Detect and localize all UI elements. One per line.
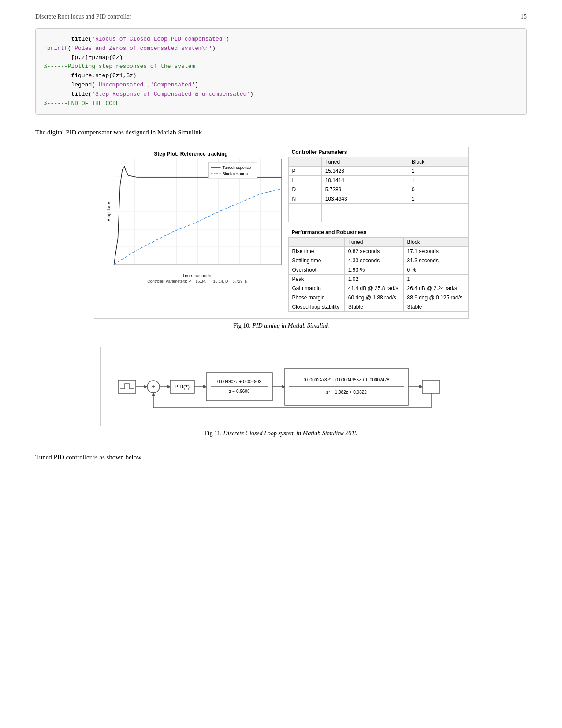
perf-settle-block: 31.3 seconds — [403, 256, 468, 265]
table-row: N 103.4643 1 — [288, 194, 468, 204]
step-plot: Step Plot: Reference tracking Amplitude — [94, 147, 288, 288]
perf-overshoot-label: Overshoot — [288, 265, 344, 275]
fig11-text: Discrete Closed Loop system in Matlab Si… — [223, 430, 357, 437]
fig11-label: Fig 11. — [205, 430, 222, 437]
perf-peak-tuned: 1.02 — [344, 275, 403, 284]
perf-rise-label: Rise time — [288, 247, 344, 256]
perf-peak-label: Peak — [288, 275, 344, 284]
perf-phase-label: Phase margin — [288, 293, 344, 302]
cp-i-block: 1 — [408, 176, 468, 185]
ctrl-params-title: Controller Parameters — [288, 147, 468, 157]
svg-text:0.004902z + 0.004902: 0.004902z + 0.004902 — [217, 379, 261, 384]
table-row: Gain margin 41.4 dB @ 25.8 rad/s 26.4 dB… — [288, 284, 468, 293]
svg-rect-58 — [422, 380, 440, 393]
page-header: Discrete Root locus and PID controller 1… — [35, 13, 527, 20]
cp-d-block: 0 — [408, 185, 468, 194]
table-row — [288, 204, 468, 213]
cp-d-label: D — [288, 185, 321, 194]
svg-text:Tuned response: Tuned response — [222, 165, 251, 170]
step-plot-title: Step Plot: Reference tracking — [94, 151, 288, 157]
step-plot-svg: 0 0.2 0.4 0.6 0.8 1 1.2 0 5 10 15 20 25 … — [113, 159, 283, 265]
perf-peak-block: 1 — [403, 275, 468, 284]
fig10-label: Fig 10. — [233, 322, 251, 329]
table-row: I 10.1414 1 — [288, 176, 468, 185]
table-row: Peak 1.02 1 — [288, 275, 468, 284]
perf-col-block: Block — [403, 238, 468, 247]
cp-i-label: I — [288, 176, 321, 185]
cp-empty1 — [288, 204, 321, 213]
cp-d-tuned: 5.7289 — [321, 185, 408, 194]
intro-text: The digital PID compensator was designed… — [35, 129, 527, 136]
perf-overshoot-block: 0 % — [403, 265, 468, 275]
svg-text:Block response: Block response — [222, 172, 249, 176]
cp-n-label: N — [288, 194, 321, 204]
y-axis-label: Amplitude — [106, 202, 111, 221]
perf-overshoot-tuned: 1.93 % — [344, 265, 403, 275]
cp-col-tuned: Tuned — [321, 157, 408, 167]
table-row: Closed-loop stability Stable Stable — [288, 302, 468, 312]
perf-stability-label: Closed-loop stability — [288, 302, 344, 312]
tuned-text: Tuned PID controller is as shown below — [35, 454, 527, 461]
table-row: Settling time 4.33 seconds 31.3 seconds — [288, 256, 468, 265]
svg-rect-40 — [118, 380, 136, 393]
perf-stability-tuned: Stable — [344, 302, 403, 312]
figure-10-row: Step Plot: Reference tracking Amplitude — [94, 147, 469, 319]
block-diagram-svg: + PID(z) 0.004902z + 0.004902 z − 0.9608 — [114, 356, 449, 418]
cp-empty5 — [321, 213, 408, 222]
table-row: D 5.7289 0 — [288, 185, 468, 194]
perf-rise-block: 17.1 seconds — [403, 247, 468, 256]
svg-text:PID(z): PID(z) — [175, 384, 190, 390]
block-diagram: + PID(z) 0.004902z + 0.004902 z − 0.9608 — [100, 347, 462, 426]
figure-11-container: + PID(z) 0.004902z + 0.004902 z − 0.9608 — [35, 347, 527, 449]
table-row: P 15.3426 1 — [288, 167, 468, 176]
cp-empty2 — [321, 204, 408, 213]
perf-stability-block: Stable — [403, 302, 468, 312]
svg-text:+: + — [151, 383, 155, 390]
fig11-caption: Fig 11. Discrete Closed Loop system in M… — [205, 430, 357, 437]
svg-text:z − 0.9608: z − 0.9608 — [229, 389, 249, 394]
cp-p-label: P — [288, 167, 321, 176]
fig10-caption: Fig 10. PID tuning in Matlab Simulink — [233, 322, 329, 329]
svg-text:z² − 1.982z + 0.9822: z² − 1.982z + 0.9822 — [326, 390, 367, 395]
perf-phase-block: 88.9 deg @ 0.125 rad/s — [403, 293, 468, 302]
fig10-text: PID tuning in Matlab Simulink — [252, 322, 328, 329]
perf-gain-tuned: 41.4 dB @ 25.8 rad/s — [344, 284, 403, 293]
perf-col-tuned: Tuned — [344, 238, 403, 247]
figure-10-container: Step Plot: Reference tracking Amplitude — [35, 147, 527, 342]
performance-table: Tuned Block Rise time 0.82 seconds 17.1 … — [288, 238, 468, 312]
perf-phase-tuned: 60 deg @ 1.88 rad/s — [344, 293, 403, 302]
cp-col-name — [288, 157, 321, 167]
perf-gain-label: Gain margin — [288, 284, 344, 293]
perf-settle-label: Settling time — [288, 256, 344, 265]
cp-p-tuned: 15.3426 — [321, 167, 408, 176]
table-row: Phase margin 60 deg @ 1.88 rad/s 88.9 de… — [288, 293, 468, 302]
perf-rise-tuned: 0.82 seconds — [344, 247, 403, 256]
controller-params-panel: Controller Parameters Tuned Block P 15.3… — [288, 147, 468, 318]
cp-empty6 — [408, 213, 468, 222]
ctrl-params-table: Tuned Block P 15.3426 1 I 10.1414 1 — [288, 157, 468, 222]
table-row — [288, 213, 468, 222]
cp-n-tuned: 103.4643 — [321, 194, 408, 204]
x-axis-label: Time (seconds) — [113, 273, 283, 278]
code-block: title('Rlocus of Closed Loop PID compens… — [35, 28, 527, 115]
cp-p-block: 1 — [408, 167, 468, 176]
cp-i-tuned: 10.1414 — [321, 176, 408, 185]
plot-caption: Controller Parameters: P = 15.34, I = 10… — [113, 279, 283, 284]
perf-settle-tuned: 4.33 seconds — [344, 256, 403, 265]
svg-text:0.00002478z² + 0.00004955z + 0: 0.00002478z² + 0.00004955z + 0.00002478 — [303, 377, 389, 382]
cp-n-block: 1 — [408, 194, 468, 204]
page-number: 15 — [521, 13, 527, 20]
perf-title: Performance and Robustness — [288, 228, 468, 238]
table-row: Rise time 0.82 seconds 17.1 seconds — [288, 247, 468, 256]
table-row: Overshoot 1.93 % 0 % — [288, 265, 468, 275]
cp-empty4 — [288, 213, 321, 222]
header-title: Discrete Root locus and PID controller — [35, 13, 131, 20]
perf-col-name — [288, 238, 344, 247]
perf-gain-block: 26.4 dB @ 2.24 rad/s — [403, 284, 468, 293]
cp-col-block: Block — [408, 157, 468, 167]
cp-empty3 — [408, 204, 468, 213]
